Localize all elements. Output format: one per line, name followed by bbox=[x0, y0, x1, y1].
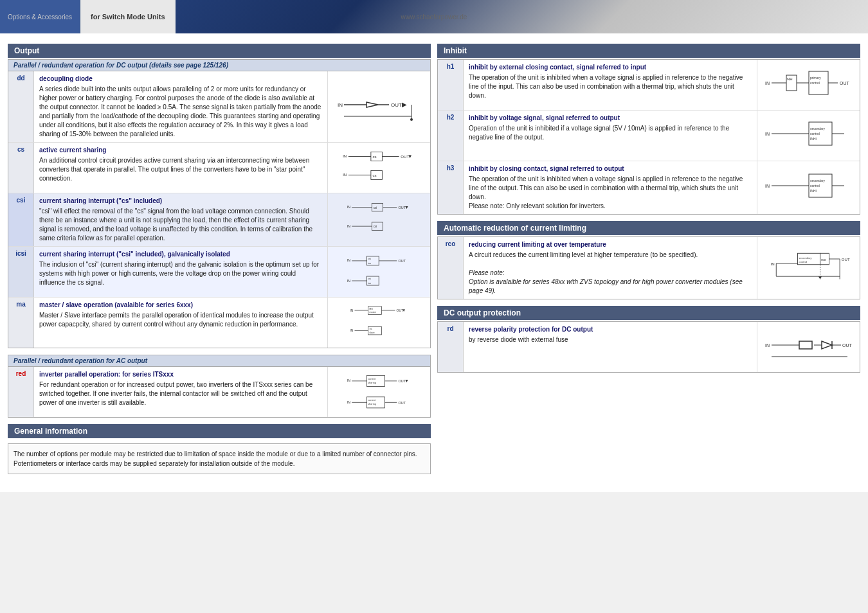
general-info-text: The number of options per module may be … bbox=[14, 450, 417, 467]
diagram-cs: IN cs OUT ▼ IN cs bbox=[327, 143, 430, 193]
inhibit-block: h1 inhibit by external closing contact, … bbox=[437, 59, 860, 215]
header-nav: Options & Accessories for Switch Mode Un… bbox=[0, 0, 176, 33]
svg-text:cs: cs bbox=[372, 154, 376, 159]
content-h1: inhibit by external closing contact, sig… bbox=[464, 60, 757, 110]
svg-marker-113 bbox=[822, 341, 832, 349]
code-h1: h1 bbox=[438, 60, 464, 110]
svg-text:OUT: OUT bbox=[842, 343, 853, 348]
diagram-dd-svg: IN OUT ▶ bbox=[334, 84, 424, 129]
desc-h2: Operation of the unit is inhibited if a … bbox=[469, 124, 752, 142]
code-rco: rco bbox=[438, 237, 464, 299]
diagram-csi-svg: IN csi OUT ▼ IN csi bbox=[334, 197, 424, 242]
svg-text:SL: SL bbox=[369, 328, 372, 330]
svg-text:cs: cs bbox=[372, 173, 376, 177]
content-h2: inhibit by voltage signal, signal referr… bbox=[464, 111, 757, 161]
title-csi: current sharing interrupt ("cs" included… bbox=[39, 197, 322, 206]
diagram-icsi: IN csi iso OUT IN csi bbox=[327, 247, 430, 297]
item-rd: rd reverse polarity protection for DC ou… bbox=[438, 322, 860, 372]
svg-text:current: current bbox=[368, 377, 376, 380]
desc-icsi: The inclusion of "csi" (current sharing … bbox=[39, 260, 322, 287]
diagram-csi: IN csi OUT ▼ IN csi bbox=[327, 193, 430, 246]
svg-text:primary: primary bbox=[810, 76, 821, 80]
svg-text:MS: MS bbox=[369, 308, 373, 310]
desc-h3: The operation of the unit is inhibited w… bbox=[469, 175, 752, 211]
svg-text:IN: IN bbox=[347, 400, 350, 404]
content-dd: decoupling diode A series diode built in… bbox=[34, 71, 327, 142]
svg-text:rco: rco bbox=[821, 258, 826, 262]
svg-text:IN: IN bbox=[765, 184, 770, 188]
item-red: red inverter parallel operation: for ser… bbox=[8, 367, 430, 417]
dc-protection-section: DC output protection rd reverse polarity… bbox=[437, 306, 860, 373]
svg-text:IN: IN bbox=[765, 132, 770, 136]
diagram-h1: IN NH primary control OUT bbox=[757, 60, 860, 110]
diagram-cs-svg: IN cs OUT ▼ IN cs bbox=[334, 145, 424, 190]
svg-rect-111 bbox=[799, 341, 812, 349]
diagram-h2: IN secondary control INHI bbox=[757, 111, 860, 161]
svg-text:IN: IN bbox=[350, 329, 353, 332]
tab2-label: for Switch Mode Units bbox=[91, 13, 165, 21]
svg-text:slave: slave bbox=[369, 332, 374, 334]
dc-parallel-block: Parallel / redundant operation for DC ou… bbox=[8, 59, 431, 348]
auto-reduction-section: Automatic reduction of current limiting … bbox=[437, 221, 860, 299]
main-two-col: Output Parallel / redundant operation fo… bbox=[8, 39, 860, 484]
item-h3: h3 inhibit by closing contact, signal re… bbox=[438, 161, 860, 214]
auto-reduction-block: rco reducing current limiting at over te… bbox=[437, 236, 860, 299]
general-info-title: General information bbox=[8, 424, 431, 438]
inhibit-title: Inhibit bbox=[437, 44, 860, 58]
svg-text:IN: IN bbox=[343, 154, 347, 158]
svg-text:IN: IN bbox=[343, 172, 347, 177]
svg-text:csi: csi bbox=[373, 225, 377, 228]
diagram-h2-svg: IN secondary control INHI bbox=[764, 113, 854, 158]
desc-rd: by reverse diode with external fuse bbox=[469, 335, 752, 344]
svg-text:INHI: INHI bbox=[810, 137, 817, 141]
item-dd: dd decoupling diode A series diode built… bbox=[8, 71, 430, 143]
item-icsi: icsi current sharing interrupt ("csi" in… bbox=[8, 247, 430, 298]
svg-text:OUT: OUT bbox=[841, 257, 849, 262]
item-h1: h1 inhibit by external closing contact, … bbox=[438, 60, 860, 111]
svg-point-8 bbox=[410, 118, 413, 121]
svg-text:IN: IN bbox=[350, 309, 353, 312]
svg-text:IN: IN bbox=[347, 378, 350, 382]
title-h1: inhibit by external closing contact, sig… bbox=[469, 63, 752, 72]
svg-text:control: control bbox=[799, 260, 807, 263]
svg-text:▼: ▼ bbox=[404, 205, 408, 209]
tab-options-accessories[interactable]: Options & Accessories bbox=[0, 0, 80, 33]
svg-text:INHI: INHI bbox=[810, 189, 817, 193]
general-info-section: General information The number of option… bbox=[8, 424, 431, 474]
item-h2: h2 inhibit by voltage signal, signal ref… bbox=[438, 111, 860, 161]
svg-text:current: current bbox=[368, 398, 376, 402]
svg-text:▼: ▼ bbox=[407, 154, 412, 159]
desc-cs: An additional control circuit provides a… bbox=[39, 156, 322, 183]
diagram-rco-svg: IN secondary control rco OUT bbox=[764, 245, 854, 290]
title-h2: inhibit by voltage signal, signal referr… bbox=[469, 114, 752, 123]
desc-h1: The operation of the unit is inhibited w… bbox=[469, 73, 752, 100]
tab-switch-mode[interactable]: for Switch Mode Units bbox=[80, 0, 176, 33]
code-h3: h3 bbox=[438, 161, 464, 214]
item-cs: cs active current sharing An additional … bbox=[8, 143, 430, 193]
output-title: Output bbox=[8, 44, 431, 58]
content-csi: current sharing interrupt ("cs" included… bbox=[34, 193, 327, 246]
title-h3: inhibit by closing contact, signal refer… bbox=[469, 164, 752, 173]
svg-text:OUT: OUT bbox=[391, 102, 402, 108]
title-rd: reverse polarity protection for DC outpu… bbox=[469, 325, 752, 334]
diagram-h1-svg: IN NH primary control OUT bbox=[764, 62, 854, 107]
desc-ma: Master / Slave interface permits the par… bbox=[39, 311, 322, 329]
svg-text:iso: iso bbox=[368, 262, 371, 265]
title-rco: reducing current limiting at over temper… bbox=[469, 240, 752, 249]
svg-text:control: control bbox=[810, 184, 820, 188]
content-rco: reducing current limiting at over temper… bbox=[464, 237, 757, 299]
svg-text:IN: IN bbox=[765, 343, 770, 348]
diagram-ma-svg: IN MS master OUT ▼ IN bbox=[334, 300, 424, 345]
code-ma: ma bbox=[8, 298, 34, 348]
diagram-rco: IN secondary control rco OUT bbox=[757, 237, 860, 299]
diagram-ma: IN MS master OUT ▼ IN bbox=[327, 298, 430, 348]
desc-red: For redundant operation or for increased… bbox=[39, 380, 322, 407]
item-ma: ma master / slave operation (avalaible f… bbox=[8, 298, 430, 348]
diagram-rd: IN OUT bbox=[757, 322, 860, 372]
svg-text:OUT: OUT bbox=[398, 259, 406, 263]
svg-text:master: master bbox=[369, 311, 377, 314]
ac-table-header: Parallel / redundant operation for AC ou… bbox=[8, 355, 430, 367]
left-column: Output Parallel / redundant operation fo… bbox=[8, 44, 431, 479]
diagram-red-svg: IN current sharing OUT ▼ IN bbox=[334, 369, 424, 414]
diagram-icsi-svg: IN csi iso OUT IN csi bbox=[334, 249, 424, 294]
